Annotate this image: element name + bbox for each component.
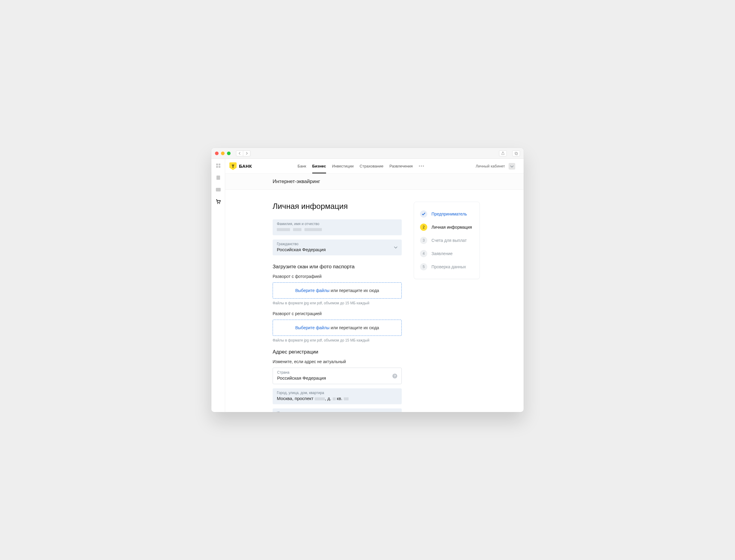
street-label: Город, улица, дом, квартира (277, 391, 398, 395)
address-section-title: Адрес регистрации (272, 349, 402, 355)
step-entrepreneur[interactable]: Предприниматель (420, 207, 474, 221)
site-header: Т БАНК Банк Бизнес Инвестиции Страховани… (225, 159, 524, 174)
page-title: Личная информация (272, 202, 402, 211)
chevron-down-icon (394, 246, 398, 249)
tab-entertainment[interactable]: Развлечения (390, 159, 413, 173)
back-button[interactable] (236, 150, 243, 156)
svg-rect-5 (218, 166, 220, 168)
calculator-icon[interactable] (215, 175, 221, 180)
street-field[interactable]: Город, улица, дом, квартира Москва, прос… (272, 388, 402, 404)
svg-rect-1 (516, 153, 518, 155)
upload-reg-dropzone[interactable]: Выберите файлы или перетащите их сюда (272, 320, 402, 336)
svg-rect-3 (218, 164, 220, 165)
site-logo[interactable]: Т БАНК (229, 162, 252, 170)
user-menu-icon[interactable] (509, 163, 515, 170)
svg-rect-7 (216, 188, 221, 191)
logo-shield-icon: Т (229, 162, 236, 170)
left-sidebar (211, 159, 225, 412)
browser-nav-buttons (236, 150, 250, 156)
tabs-button[interactable] (512, 150, 520, 156)
svg-point-8 (217, 203, 218, 204)
upload-reg-link: Выберите файлы (295, 325, 329, 330)
minimize-window-icon[interactable] (221, 152, 224, 155)
country-label: Страна (277, 370, 397, 375)
forward-button[interactable] (243, 150, 250, 156)
tab-investments[interactable]: Инвестиции (332, 159, 354, 173)
upload-section-title: Загрузите скан или фото паспорта (272, 264, 402, 270)
svg-rect-6 (216, 176, 220, 180)
upload-reg-label: Разворот с регистрацией (272, 311, 402, 316)
breadcrumb-subheader: Интернет-эквайринг (225, 174, 524, 190)
account-link[interactable]: Личный кабинет (476, 164, 505, 168)
step-application[interactable]: 4 Заявление (420, 247, 474, 260)
country-value: Российская Федерация (277, 375, 326, 381)
maximize-window-icon[interactable] (227, 152, 230, 155)
tab-business[interactable]: Бизнес (312, 159, 326, 173)
share-button[interactable] (499, 150, 507, 156)
cart-icon[interactable] (215, 199, 221, 204)
svg-rect-4 (216, 166, 218, 168)
country-field[interactable]: Страна Российская Федерация ? (272, 368, 402, 384)
upload-photo-label: Разворот с фотографией (272, 274, 402, 279)
svg-point-9 (219, 203, 220, 204)
svg-rect-0 (515, 152, 517, 154)
close-window-icon[interactable] (215, 152, 218, 155)
upload-photo-link: Выберите файлы (295, 288, 329, 293)
window-controls (215, 152, 230, 155)
upload-photo-hint: Файлы в формате jpg или pdf, объемом до … (272, 301, 402, 305)
citizenship-value: Российская Федерация (277, 247, 326, 252)
step-done-icon (420, 210, 427, 218)
step-accounts[interactable]: 3 Счета для выплат (420, 234, 474, 247)
citizenship-select[interactable]: Гражданство Российская Федерация (272, 239, 402, 255)
fio-value (277, 227, 324, 232)
citizenship-label: Гражданство (277, 242, 398, 246)
step-verification[interactable]: 5 Проверка данных (420, 260, 474, 273)
address-subtext: Измените, если адрес не актуальный (272, 359, 402, 364)
help-icon[interactable]: ? (393, 374, 397, 378)
window-titlebar (211, 148, 524, 159)
fio-label: Фамилия, имя и отчество (277, 222, 398, 226)
step-personal-info[interactable]: 2 Личная информация (420, 221, 474, 234)
tab-more[interactable]: ••• (419, 159, 425, 173)
progress-steps: Предприниматель 2 Личная информация 3 Сч… (414, 202, 480, 279)
svg-rect-2 (216, 164, 218, 165)
fio-field[interactable]: Фамилия, имя и отчество (272, 219, 402, 235)
tab-insurance[interactable]: Страхование (360, 159, 384, 173)
upload-reg-hint: Файлы в формате jpg или pdf, объемом до … (272, 338, 402, 342)
index-field[interactable]: Индекс 120004 (272, 408, 402, 412)
dashboard-icon[interactable] (215, 163, 221, 168)
tab-bank[interactable]: Банк (297, 159, 306, 173)
browser-window: Т БАНК Банк Бизнес Инвестиции Страховани… (211, 148, 524, 412)
index-label: Индекс (277, 411, 398, 412)
wallet-icon[interactable] (215, 187, 221, 192)
main-tabs: Банк Бизнес Инвестиции Страхование Развл… (297, 159, 425, 173)
street-value: Москва, проспект , д. кв. (277, 396, 348, 401)
upload-photo-dropzone[interactable]: Выберите файлы или перетащите их сюда (272, 282, 402, 299)
logo-text: БАНК (239, 164, 252, 169)
